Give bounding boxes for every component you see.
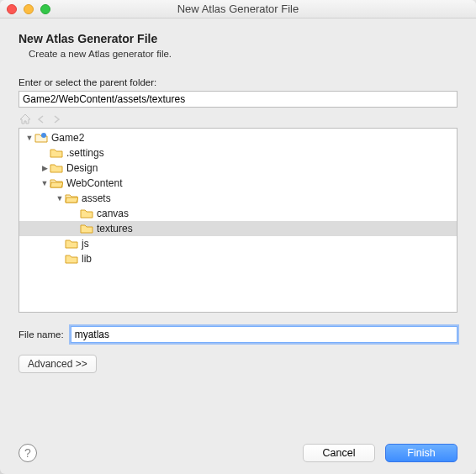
file-name-row: File name: [19,326,457,343]
finish-button[interactable]: Finish [385,444,457,462]
forward-icon[interactable] [50,113,62,125]
parent-folder-input[interactable] [19,91,457,108]
page-subtitle: Create a new Atlas generator file. [29,49,457,59]
tree-item-label: assets [82,192,111,204]
tree-item-label: lib [82,253,92,265]
cancel-button[interactable]: Cancel [303,444,375,462]
disclosure-down-icon[interactable]: ▼ [55,194,65,203]
tree-row[interactable]: ▼assets [19,191,457,206]
tree-row[interactable]: js [19,236,457,251]
tree-row[interactable]: lib [19,251,457,266]
tree-row[interactable]: .settings [19,145,457,161]
back-icon[interactable] [35,113,47,125]
folder-tree[interactable]: ▼Game2.settings▶Design▼WebContent▼assets… [19,128,457,313]
zoom-window-button[interactable] [40,4,50,14]
tree-item-label: Game2 [51,132,84,144]
window-title: New Atlas Generator File [0,3,476,15]
tree-row[interactable]: textures [19,221,457,236]
folder-open-icon [65,192,78,204]
footer: ? Cancel Finish [19,444,457,462]
content-area: New Atlas Generator File Create a new At… [0,18,476,385]
tree-row[interactable]: ▶Design [19,161,457,176]
disclosure-down-icon[interactable]: ▼ [40,179,50,187]
tree-item-label: textures [97,223,133,234]
breadcrumb-nav [19,113,457,126]
tree-item-label: Design [66,162,98,174]
project-icon [34,132,48,144]
folder-icon [65,238,78,250]
home-icon[interactable] [19,113,32,126]
folder-icon [80,223,93,234]
tree-row[interactable]: canvas [19,206,457,221]
folder-icon [50,162,63,174]
disclosure-down-icon[interactable]: ▼ [24,134,34,142]
advanced-button[interactable]: Advanced >> [19,355,97,373]
tree-row[interactable]: ▼WebContent [19,176,457,191]
svg-point-0 [41,133,46,138]
tree-item-label: WebContent [66,177,123,189]
file-name-input[interactable] [71,326,457,343]
tree-row[interactable]: ▼Game2 [19,130,457,145]
titlebar: New Atlas Generator File [0,0,476,18]
folder-open-icon [50,177,63,189]
tree-item-label: .settings [66,147,104,159]
help-icon[interactable]: ? [19,444,37,462]
folder-icon [80,208,93,219]
disclosure-right-icon[interactable]: ▶ [40,164,50,172]
tree-item-label: canvas [97,208,129,219]
page-title: New Atlas Generator File [19,32,457,45]
parent-folder-label: Enter or select the parent folder: [19,77,457,87]
close-window-button[interactable] [7,4,17,14]
tree-item-label: js [82,238,89,250]
minimize-window-button[interactable] [24,4,34,14]
file-name-label: File name: [19,329,64,340]
window-controls [7,4,50,14]
folder-icon [65,253,78,265]
dialog-window: New Atlas Generator File New Atlas Gener… [0,0,476,474]
footer-buttons: Cancel Finish [303,444,457,462]
folder-icon [50,147,63,159]
